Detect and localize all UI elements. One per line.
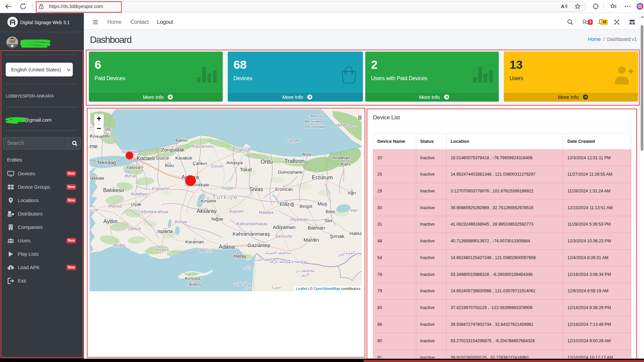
- svg-text:حماة: حماة: [245, 286, 252, 290]
- svg-text:الزور: الزور: [301, 273, 309, 277]
- svg-text:- Аҧсны: - Аҧсны: [308, 114, 323, 118]
- svg-text:Afyonkarahisar: Afyonkarahisar: [140, 209, 169, 214]
- svg-text:Malatya: Malatya: [259, 210, 273, 215]
- svg-text:საქართველო: საქართველო: [333, 123, 357, 127]
- svg-text:Çorum: Çorum: [211, 164, 224, 169]
- svg-text:Van: Van: [350, 208, 358, 213]
- svg-text:- Kıbrıs: - Kıbrıs: [186, 282, 201, 287]
- svg-text:Şırnak: Şırnak: [330, 233, 344, 239]
- svg-text:Şanlıurfa: Şanlıurfa: [275, 234, 292, 239]
- svg-text:Karabük: Karabük: [175, 156, 193, 161]
- svg-text:Siirt: Siirt: [324, 218, 332, 223]
- svg-text:Denizli: Denizli: [128, 227, 141, 231]
- svg-text:irne: irne: [90, 143, 98, 149]
- svg-text:طرطوس: طرطوس: [233, 281, 249, 286]
- svg-text:Çanakkale: Çanakkale: [90, 176, 104, 181]
- svg-text:Kayseri: Kayseri: [229, 209, 244, 214]
- svg-text:Konya: Konya: [175, 220, 186, 224]
- svg-text:Mersin: Mersin: [200, 248, 212, 253]
- svg-text:محافظة الحسكة: محافظة الحسكة: [265, 251, 291, 255]
- svg-text:A: A: [561, 3, 565, 9]
- svg-text:ثلغر: ثلغر: [338, 252, 345, 257]
- svg-text:Республика: Республика: [305, 125, 325, 129]
- svg-text:ბათუმი: ბათუმი: [286, 139, 299, 143]
- svg-text:Adıyaman: Adıyaman: [273, 224, 296, 230]
- svg-text:B: B: [358, 115, 362, 121]
- svg-text:Автономта: Автономта: [305, 119, 324, 123]
- svg-text:Diyarbakır: Diyarbakır: [290, 217, 310, 222]
- svg-text:Antalya: Antalya: [154, 247, 169, 252]
- svg-text:Kastamonu: Kastamonu: [192, 144, 213, 149]
- svg-text:إدلب: إدلب: [243, 265, 251, 270]
- svg-text:Muş: Muş: [318, 201, 327, 206]
- svg-text:Samsun: Samsun: [235, 148, 251, 153]
- svg-text:Bitlis: Bitlis: [326, 209, 335, 214]
- svg-text:Κύπρος: Κύπρος: [185, 276, 201, 281]
- svg-text:Ardahan: Ardahan: [333, 155, 350, 160]
- svg-text:Eskişehir: Eskişehir: [152, 186, 170, 191]
- svg-text:Hakkâri: Hakkâri: [350, 231, 362, 236]
- svg-text:Yozgat: Yozgat: [220, 186, 233, 190]
- svg-text:Manisa: Manisa: [108, 204, 122, 208]
- svg-text:Kütahya: Kütahya: [131, 192, 147, 196]
- svg-text:Bursa: Bursa: [125, 174, 136, 178]
- svg-text:Bingöl: Bingöl: [300, 204, 312, 209]
- svg-text:سوريا: سوريا: [272, 285, 281, 290]
- svg-text:Kahramanmaraş: Kahramanmaraş: [236, 222, 267, 226]
- svg-text:Türkiye: Türkiye: [212, 194, 238, 200]
- svg-text:محافظة نينوى: محافظة نينوى: [285, 259, 308, 264]
- svg-text:Muğla: Muğla: [113, 243, 125, 248]
- svg-text:Gümüşhane: Gümüşhane: [278, 170, 303, 175]
